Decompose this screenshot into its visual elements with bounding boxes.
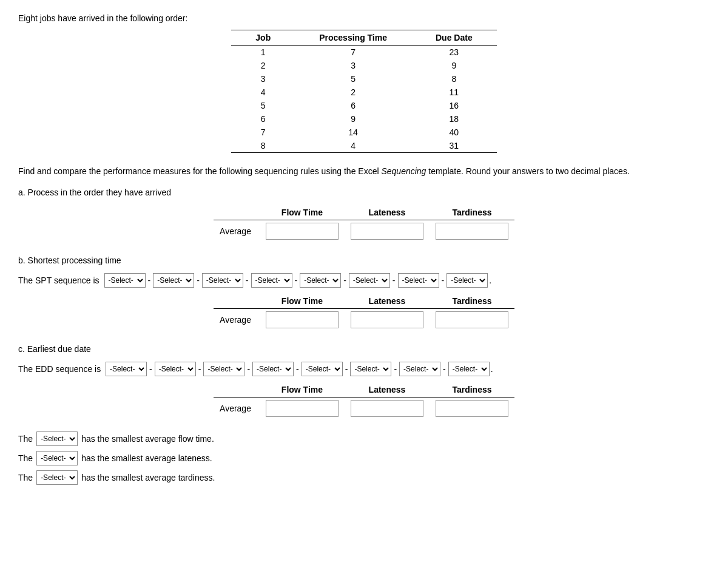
- spt-select-8[interactable]: -Select-12345678: [447, 273, 488, 288]
- edd-select-4[interactable]: -Select-12345678: [252, 362, 294, 376]
- average-label-b: Average: [214, 309, 260, 331]
- job-row-7-col-2: 14: [295, 126, 411, 139]
- comp-suffix-1: has the smallest average flow time.: [81, 434, 214, 444]
- input-lateness-b[interactable]: [351, 311, 423, 328]
- job-row-6-col-1: 6: [231, 112, 295, 126]
- spt-suffix: .: [489, 276, 491, 285]
- job-row-8-col-2: 4: [295, 139, 411, 153]
- job-row-3-col-2: 5: [295, 72, 411, 86]
- job-table-wrapper: Job Processing Time Due Date 17232393584…: [18, 30, 710, 153]
- col-lateness-c: Lateness: [345, 382, 430, 398]
- esep1: -: [149, 364, 152, 374]
- job-row-4-col-2: 2: [295, 86, 411, 99]
- edd-select-1[interactable]: -Select-12345678: [106, 362, 147, 376]
- job-row-2-col-2: 3: [295, 59, 411, 72]
- col-flow-a: Flow Time: [260, 205, 345, 220]
- input-tardiness-b[interactable]: [436, 311, 508, 328]
- input-tardiness-c[interactable]: [436, 400, 508, 417]
- job-row-3-col-1: 3: [231, 72, 295, 86]
- input-lateness-a[interactable]: [351, 223, 423, 240]
- col-header-job: Job: [231, 30, 295, 46]
- edd-suffix: .: [491, 364, 493, 374]
- perf-table-b: Flow Time Lateness Tardiness Average: [214, 294, 514, 331]
- edd-select-6[interactable]: -Select-12345678: [350, 362, 391, 376]
- comp-suffix-3: has the smallest average tardiness.: [81, 473, 215, 482]
- col-tardiness-a: Tardiness: [430, 205, 514, 220]
- col-flow-c: Flow Time: [260, 382, 345, 398]
- section-a-perf: Flow Time Lateness Tardiness Average: [18, 205, 710, 242]
- comparison-row-2: The -Select-FCFSSPTEDD has the smallest …: [18, 451, 710, 465]
- sep6: -: [393, 276, 396, 285]
- col-header-processing: Processing Time: [295, 30, 411, 46]
- job-row-8-col-1: 8: [231, 139, 295, 153]
- job-row-5-col-1: 5: [231, 99, 295, 112]
- job-row-1-col-1: 1: [231, 46, 295, 59]
- spt-select-6[interactable]: -Select-12345678: [349, 273, 390, 288]
- section-c-label: c. Earliest due date: [18, 343, 710, 356]
- job-row-4-col-1: 4: [231, 86, 295, 99]
- sep5: -: [343, 276, 346, 285]
- spt-select-5[interactable]: -Select-12345678: [300, 273, 341, 288]
- input-flow-b[interactable]: [266, 311, 339, 328]
- spt-select-1[interactable]: -Select-12345678: [104, 273, 146, 288]
- job-row-8-col-3: 31: [411, 139, 497, 153]
- spt-select-7[interactable]: -Select-12345678: [398, 273, 439, 288]
- edd-select-5[interactable]: -Select-12345678: [302, 362, 343, 376]
- spt-prefix: The SPT sequence is: [18, 276, 99, 285]
- edd-sequence-row: The EDD sequence is -Select-12345678 - -…: [18, 362, 710, 376]
- perf-table-a: Flow Time Lateness Tardiness Average: [214, 205, 514, 242]
- edd-select-3[interactable]: -Select-12345678: [203, 362, 244, 376]
- esep3: -: [247, 364, 250, 374]
- spt-select-4[interactable]: -Select-12345678: [251, 273, 292, 288]
- sep4: -: [295, 276, 298, 285]
- job-row-2-col-3: 9: [411, 59, 497, 72]
- comp-select-flow[interactable]: -Select-FCFSSPTEDD: [36, 431, 78, 446]
- edd-select-7[interactable]: -Select-12345678: [399, 362, 440, 376]
- job-row-5-col-2: 6: [295, 99, 411, 112]
- job-row-1-col-3: 23: [411, 46, 497, 59]
- section-a-label: a. Process in the order they have arrive…: [18, 186, 710, 199]
- job-row-3-col-3: 8: [411, 72, 497, 86]
- section-b-label: b. Shortest processing time: [18, 254, 710, 267]
- comparison-row-3: The -Select-FCFSSPTEDD has the smallest …: [18, 470, 710, 485]
- comp-select-lateness[interactable]: -Select-FCFSSPTEDD: [36, 451, 78, 465]
- job-row-4-col-3: 11: [411, 86, 497, 99]
- esep2: -: [198, 364, 201, 374]
- col-tardiness-c: Tardiness: [430, 382, 514, 398]
- job-row-7-col-1: 7: [231, 126, 295, 139]
- spt-select-2[interactable]: -Select-12345678: [153, 273, 194, 288]
- intro-line2: Find and compare the performance measure…: [18, 165, 710, 178]
- average-label-c: Average: [214, 398, 260, 420]
- col-tardiness-b: Tardiness: [430, 294, 514, 309]
- esep6: -: [394, 364, 397, 374]
- comparison-row-1: The -Select-FCFSSPTEDD has the smallest …: [18, 431, 710, 446]
- esep5: -: [345, 364, 348, 374]
- job-row-6-col-2: 9: [295, 112, 411, 126]
- comparison-section: The -Select-FCFSSPTEDD has the smallest …: [18, 431, 710, 485]
- intro-line1: Eight jobs have arrived in the following…: [18, 12, 710, 25]
- comp-select-tardiness[interactable]: -Select-FCFSSPTEDD: [36, 470, 78, 485]
- sep2: -: [197, 276, 200, 285]
- edd-select-2[interactable]: -Select-12345678: [155, 362, 196, 376]
- spt-select-3[interactable]: -Select-12345678: [202, 273, 243, 288]
- section-b-perf: Flow Time Lateness Tardiness Average: [18, 294, 710, 331]
- job-row-7-col-3: 40: [411, 126, 497, 139]
- sep1: -: [148, 276, 151, 285]
- esep4: -: [296, 364, 299, 374]
- perf-table-c: Flow Time Lateness Tardiness Average: [214, 382, 514, 419]
- job-table: Job Processing Time Due Date 17232393584…: [231, 30, 496, 153]
- input-flow-c[interactable]: [266, 400, 339, 417]
- input-lateness-c[interactable]: [351, 400, 423, 417]
- comp-suffix-2: has the smallest average lateness.: [81, 453, 212, 463]
- average-label-a: Average: [214, 220, 260, 243]
- input-flow-a[interactable]: [266, 223, 339, 240]
- spt-sequence-row: The SPT sequence is -Select-12345678 - -…: [18, 273, 710, 288]
- sep3: -: [246, 276, 249, 285]
- edd-select-8[interactable]: -Select-12345678: [448, 362, 490, 376]
- comp-prefix-1: The: [18, 434, 33, 444]
- job-row-1-col-2: 7: [295, 46, 411, 59]
- section-c-perf: Flow Time Lateness Tardiness Average: [18, 382, 710, 419]
- edd-prefix: The EDD sequence is: [18, 364, 101, 374]
- input-tardiness-a[interactable]: [436, 223, 508, 240]
- comp-prefix-2: The: [18, 453, 33, 463]
